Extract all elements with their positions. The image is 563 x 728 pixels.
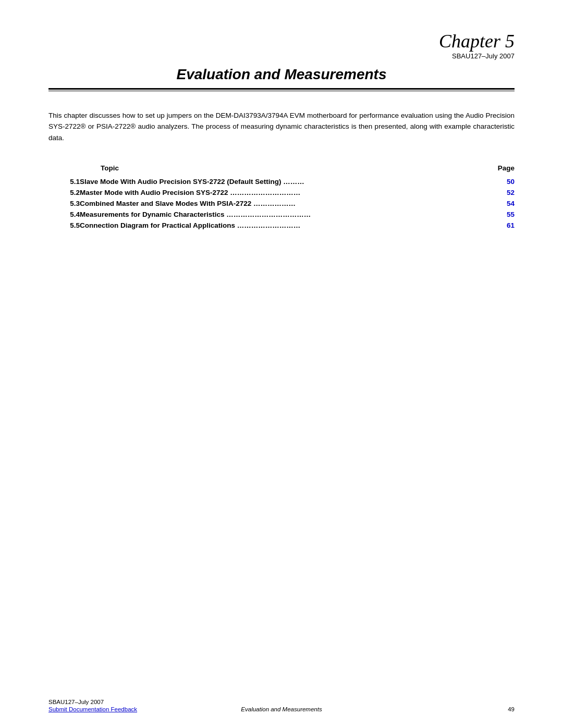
divider-container [48, 88, 515, 91]
chapter-number: 5 [505, 31, 515, 52]
chapter-header: Chapter 5 SBAU127–July 2007 [48, 31, 515, 60]
toc-item-page[interactable]: 54 [485, 198, 515, 209]
toc-item-number: 5.5 [48, 220, 80, 231]
intro-paragraph: This chapter discusses how to set up jum… [48, 110, 515, 144]
toc-row: 5.5Connection Diagram for Practical Appl… [48, 220, 515, 231]
toc-item-number: 5.1 [48, 176, 80, 187]
feedback-link[interactable]: Submit Documentation Feedback [48, 706, 137, 712]
toc-item-page[interactable]: 52 [485, 187, 515, 198]
chapter-subtitle: SBAU127–July 2007 [48, 52, 515, 60]
footer-page-number: 49 [508, 706, 515, 712]
toc-item-text: Connection Diagram for Practical Applica… [80, 220, 485, 231]
page-title: Evaluation and Measurements [48, 66, 515, 83]
page: Chapter 5 SBAU127–July 2007 Evaluation a… [0, 0, 563, 728]
footer-doc-id: SBAU127–July 2007 [48, 699, 137, 705]
toc-header-row: Topic Page [48, 162, 515, 176]
toc-row: 5.3Combined Master and Slave Modes With … [48, 198, 515, 209]
toc-item-number: 5.2 [48, 187, 80, 198]
toc-body: 5.1Slave Mode With Audio Precision SYS-2… [48, 176, 515, 231]
toc-table: Topic Page 5.1Slave Mode With Audio Prec… [48, 162, 515, 231]
toc-item-text: Master Mode with Audio Precision SYS-272… [80, 187, 485, 198]
toc-row: 5.4Measurements for Dynamic Characterist… [48, 209, 515, 220]
footer: SBAU127–July 2007 Submit Documentation F… [48, 699, 515, 712]
divider-thick [48, 88, 515, 90]
footer-left: SBAU127–July 2007 Submit Documentation F… [48, 699, 137, 712]
chapter-label: Chapter [439, 31, 500, 52]
toc-header-topic: Topic [80, 162, 485, 176]
chapter-title: Chapter 5 [48, 31, 515, 52]
toc-item-number: 5.3 [48, 198, 80, 209]
toc-header-spacer [48, 162, 80, 176]
toc-row: 5.1Slave Mode With Audio Precision SYS-2… [48, 176, 515, 187]
toc-item-number: 5.4 [48, 209, 80, 220]
toc-item-text: Slave Mode With Audio Precision SYS-2722… [80, 176, 485, 187]
toc-row: 5.2Master Mode with Audio Precision SYS-… [48, 187, 515, 198]
toc-item-page[interactable]: 55 [485, 209, 515, 220]
toc-item-text: Measurements for Dynamic Characteristics… [80, 209, 485, 220]
divider-thin [48, 91, 515, 91]
toc-item-text: Combined Master and Slave Modes With PSI… [80, 198, 485, 209]
toc-header-page: Page [485, 162, 515, 176]
toc-item-page[interactable]: 50 [485, 176, 515, 187]
content-area: Chapter 5 SBAU127–July 2007 Evaluation a… [0, 0, 563, 273]
footer-center-text: Evaluation and Measurements [241, 706, 322, 712]
toc-item-page[interactable]: 61 [485, 220, 515, 231]
